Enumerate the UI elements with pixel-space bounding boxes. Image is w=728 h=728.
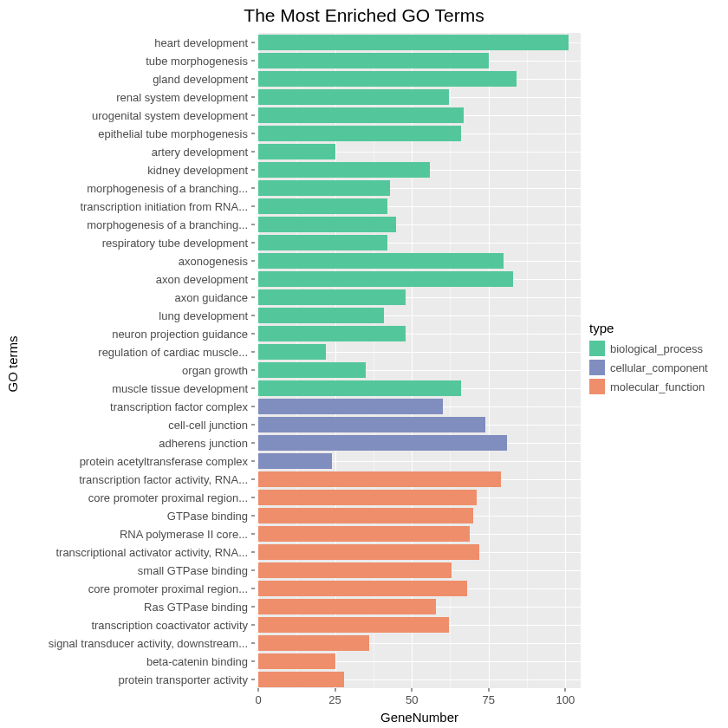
y-tick-label: artery development (0, 146, 248, 157)
bar (258, 89, 449, 105)
bar (258, 326, 406, 341)
bar (258, 271, 513, 287)
y-tick (251, 551, 255, 552)
grid-line (489, 33, 490, 688)
y-tick-label: signal transducer activity, downstream..… (0, 637, 248, 648)
y-tick-label: kidney development (0, 164, 248, 175)
bar (258, 599, 436, 614)
bar (258, 253, 504, 269)
legend: type biological_process cellular_compone… (589, 321, 708, 398)
y-tick (251, 442, 255, 443)
y-tick (251, 478, 255, 479)
y-tick-labels: heart developmenttube morphogenesisgland… (0, 33, 255, 688)
x-tick-label: 100 (556, 693, 575, 706)
bar (258, 289, 406, 305)
bar (258, 435, 507, 451)
bar (258, 217, 396, 232)
y-tick-label: core promoter proximal region... (0, 491, 248, 503)
legend-label: molecular_function (610, 380, 705, 393)
grid-line-minor (527, 33, 528, 688)
y-tick (251, 60, 255, 61)
bar (258, 380, 461, 396)
y-tick (251, 151, 255, 152)
y-tick-label: protein transporter activity (0, 673, 248, 685)
y-tick-label: transcription factor activity, RNA... (0, 473, 248, 484)
y-tick (251, 497, 255, 497)
bar (258, 144, 335, 159)
legend-title: type (589, 321, 708, 335)
y-tick (251, 569, 255, 570)
x-tick-labels: 0255075100 (258, 688, 581, 714)
bar (258, 308, 384, 323)
bar (258, 471, 501, 487)
bar (258, 235, 387, 250)
y-tick (251, 260, 255, 261)
legend-label: cellular_component (610, 361, 708, 374)
y-tick (251, 42, 255, 42)
y-tick (251, 533, 255, 534)
y-tick (251, 460, 255, 461)
y-tick (251, 114, 255, 115)
y-tick (251, 315, 255, 315)
y-tick (251, 387, 255, 388)
bar (258, 526, 470, 542)
legend-item-cc: cellular_component (589, 360, 708, 375)
bar (258, 581, 467, 596)
y-tick (251, 333, 255, 334)
y-tick-label: axon development (0, 273, 248, 284)
bar (258, 508, 473, 523)
y-tick (251, 96, 255, 97)
y-tick-label: cell-cell junction (0, 419, 248, 430)
y-tick-label: neuron projection guidance (0, 328, 248, 339)
x-tick-label: 50 (406, 693, 418, 706)
y-tick-label: transcription factor complex (0, 400, 248, 412)
y-tick-label: urogenital system development (0, 109, 248, 120)
y-tick-label: heart development (0, 36, 248, 48)
bar (258, 126, 461, 141)
legend-item-mf: molecular_function (589, 379, 708, 394)
y-tick (251, 515, 255, 516)
legend-swatch-icon (589, 341, 605, 356)
y-tick (251, 660, 255, 661)
y-tick (251, 642, 255, 643)
go-enrichment-chart: The Most Enriched GO Terms GO terms Gene… (0, 0, 728, 728)
bar (258, 490, 477, 505)
bar (258, 399, 443, 414)
y-tick (251, 406, 255, 406)
x-tick (565, 688, 566, 692)
y-tick-label: beta-catenin binding (0, 655, 248, 666)
bar (258, 362, 366, 378)
y-tick (251, 242, 255, 243)
y-tick (251, 169, 255, 170)
x-tick (488, 688, 489, 692)
plot-panel (258, 33, 581, 688)
y-tick (251, 679, 255, 679)
y-tick-label: axon guidance (0, 291, 248, 302)
y-tick (251, 296, 255, 297)
y-tick (251, 78, 255, 79)
y-tick-label: organ growth (0, 364, 248, 375)
bar (258, 71, 517, 87)
bar (258, 35, 569, 50)
y-tick (251, 424, 255, 425)
bar (258, 617, 449, 633)
x-tick-label: 25 (328, 693, 341, 706)
bar (258, 180, 390, 196)
y-tick (251, 351, 255, 352)
y-tick-label: lung development (0, 309, 248, 321)
y-tick (251, 624, 255, 625)
y-tick-label: RNA polymerase II core... (0, 528, 248, 539)
bar (258, 198, 387, 214)
legend-swatch-icon (589, 360, 605, 375)
y-tick-label: tube morphogenesis (0, 55, 248, 66)
y-tick-label: gland development (0, 73, 248, 84)
y-tick-label: respiratory tube development (0, 237, 248, 248)
grid-line (565, 33, 566, 688)
legend-swatch-icon (589, 379, 605, 394)
legend-item-bp: biological_process (589, 341, 708, 356)
bar (258, 453, 332, 469)
bar (258, 53, 489, 68)
y-tick (251, 606, 255, 607)
y-tick-label: morphogenesis of a branching... (0, 182, 248, 193)
y-tick-label: transcription initiation from RNA... (0, 200, 248, 211)
